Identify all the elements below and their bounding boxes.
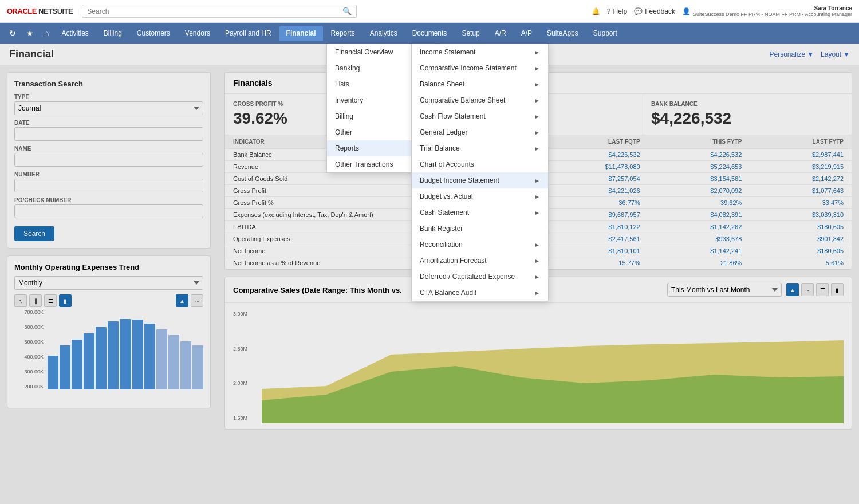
dd-balance-sheet[interactable]: Balance Sheet ► <box>412 76 548 92</box>
dd-budget-vs-actual[interactable]: Budget vs. Actual ► <box>412 188 548 204</box>
nav-bar: ↻ ★ ⌂ Activities Billing Customers Vendo… <box>0 23 859 44</box>
top-bar: ORACLE NETSUITE 🔍 🔔 ? Help 💬 Feedback 👤 … <box>0 0 859 23</box>
dd-chart-of-accounts[interactable]: Chart of Accounts <box>412 156 548 172</box>
dd-bank-register[interactable]: Bank Register <box>412 220 548 237</box>
home-icon[interactable]: ⌂ <box>40 25 53 41</box>
nav-billing[interactable]: Billing <box>97 26 129 41</box>
help-icon: ? <box>607 7 611 15</box>
user-icon: 👤 <box>682 7 691 15</box>
history-icon[interactable]: ↻ <box>5 25 21 41</box>
search-box[interactable]: 🔍 <box>82 5 357 18</box>
feedback-button[interactable]: 💬 Feedback <box>634 7 675 15</box>
nav-suiteapps[interactable]: SuiteApps <box>540 26 585 41</box>
dd-trial-balance[interactable]: Trial Balance ► <box>412 140 548 156</box>
nav-reports[interactable]: Reports <box>324 26 362 41</box>
user-info: Sara Torrance SuiteSuccess Demo FF PRM -… <box>693 5 852 17</box>
feedback-icon: 💬 <box>634 7 643 15</box>
nav-support[interactable]: Support <box>586 26 624 41</box>
dd-deferred[interactable]: Deferred / Capitalized Expense ► <box>412 269 548 285</box>
user-menu-button[interactable]: 👤 Sara Torrance SuiteSuccess Demo FF PRM… <box>682 5 852 17</box>
dd-comparative-income[interactable]: Comparative Income Statement ► <box>412 60 548 76</box>
help-button[interactable]: ? Help <box>607 7 627 15</box>
dd-general-ledger[interactable]: General Ledger ► <box>412 124 548 140</box>
nav-customers[interactable]: Customers <box>130 26 177 41</box>
top-right-area: 🔔 ? Help 💬 Feedback 👤 Sara Torrance Suit… <box>592 5 852 17</box>
financial-dropdown-l2: Income Statement ► Comparative Income St… <box>411 44 549 301</box>
dd-amortization[interactable]: Amortization Forecast ► <box>412 253 548 269</box>
notifications-button[interactable]: 🔔 <box>592 7 600 15</box>
dd-budget-income-statement[interactable]: Budget Income Statement ► <box>412 172 548 188</box>
dd-cash-flow[interactable]: Cash Flow Statement ► <box>412 108 548 124</box>
dd-income-statement[interactable]: Income Statement ► <box>412 44 548 60</box>
nav-payroll[interactable]: Payroll and HR <box>218 26 278 41</box>
dd-comparative-balance[interactable]: Comparative Balance Sheet ► <box>412 92 548 108</box>
nav-documents[interactable]: Documents <box>405 26 454 41</box>
nav-setup[interactable]: Setup <box>455 26 486 41</box>
nav-financial[interactable]: Financial <box>279 26 323 41</box>
favorites-icon[interactable]: ★ <box>22 25 38 41</box>
app-logo: ORACLE NETSUITE <box>7 7 73 15</box>
nav-analytics[interactable]: Analytics <box>363 26 404 41</box>
nav-ar[interactable]: A/R <box>488 26 513 41</box>
nav-vendors[interactable]: Vendors <box>178 26 217 41</box>
search-input[interactable] <box>87 7 342 15</box>
dd-reconciliation[interactable]: Reconciliation ► <box>412 237 548 253</box>
dd-cash-statement[interactable]: Cash Statement ► <box>412 204 548 220</box>
search-icon: 🔍 <box>342 7 352 15</box>
nav-ap[interactable]: A/P <box>514 26 539 41</box>
dd-cta-balance[interactable]: CTA Balance Audit ► <box>412 285 548 301</box>
nav-activities[interactable]: Activities <box>54 26 95 41</box>
